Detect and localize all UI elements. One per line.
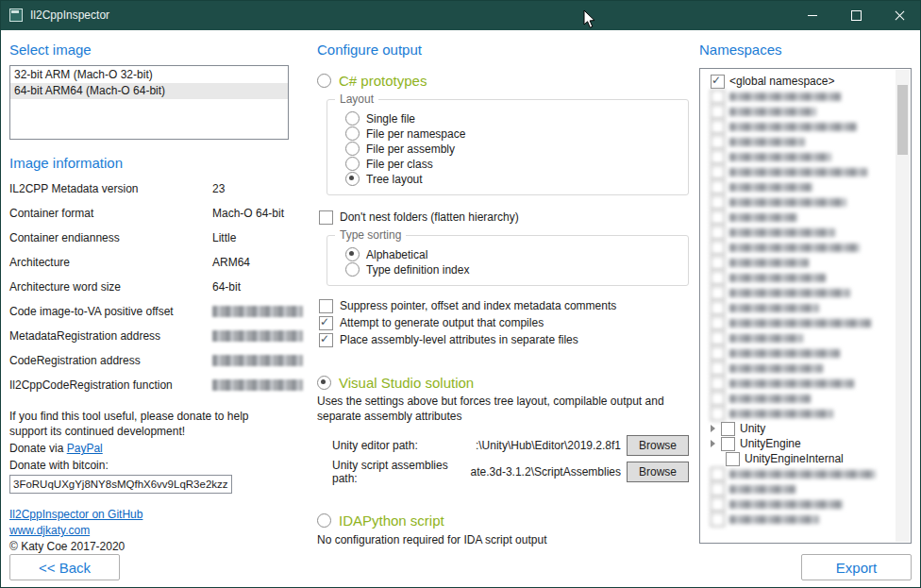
- namespace-item-redacted[interactable]: [711, 300, 911, 315]
- namespace-checkbox[interactable]: [711, 377, 725, 391]
- namespace-item-redacted[interactable]: [711, 466, 911, 481]
- namespace-item-redacted[interactable]: [711, 345, 911, 361]
- info-value: [212, 354, 303, 366]
- expander-icon[interactable]: [711, 440, 715, 447]
- namespace-item-redacted[interactable]: [711, 210, 911, 225]
- namespaces-list[interactable]: <global namespace>UnityUnityEngineUnityE…: [699, 68, 912, 544]
- back-button[interactable]: << Back: [9, 554, 120, 580]
- namespace-item[interactable]: UnityEngine: [711, 436, 911, 451]
- output-option-checkbox[interactable]: Attempt to generate output that compiles: [319, 314, 689, 331]
- output-option-checkbox[interactable]: Suppress pointer, offset and index metad…: [319, 297, 689, 314]
- minimize-button[interactable]: [791, 0, 834, 30]
- namespace-checkbox[interactable]: [711, 195, 725, 210]
- namespace-checkbox[interactable]: [711, 316, 725, 330]
- redacted-label: [729, 259, 809, 267]
- info-label: Container format: [9, 207, 212, 220]
- namespace-item-redacted[interactable]: [711, 512, 911, 527]
- website-link[interactable]: www.djkaty.com: [9, 524, 90, 537]
- namespace-checkbox[interactable]: [721, 422, 735, 436]
- info-row: Il2CppCodeRegistration function: [9, 378, 289, 403]
- namespace-item-redacted[interactable]: [711, 255, 911, 270]
- namespace-checkbox[interactable]: [711, 346, 725, 361]
- layout-option[interactable]: File per class: [345, 157, 680, 171]
- type-sorting-option[interactable]: Type definition index: [345, 262, 680, 277]
- namespace-checkbox[interactable]: [711, 301, 725, 315]
- namespace-item-redacted[interactable]: [711, 149, 911, 164]
- namespace-checkbox[interactable]: [711, 180, 725, 194]
- namespace-item-redacted[interactable]: [711, 481, 911, 496]
- namespace-checkbox[interactable]: [711, 361, 725, 376]
- namespace-checkbox[interactable]: [711, 150, 725, 164]
- paypal-link[interactable]: PayPal: [67, 442, 103, 455]
- checkbox-icon: [319, 333, 333, 347]
- namespace-item-redacted[interactable]: [711, 89, 911, 104]
- namespace-item[interactable]: UnityEngineInternal: [711, 451, 911, 466]
- namespace-item-redacted[interactable]: [711, 315, 911, 330]
- type-sorting-option[interactable]: Alphabetical: [345, 247, 680, 261]
- namespace-item[interactable]: <global namespace>: [711, 74, 911, 89]
- namespace-checkbox[interactable]: [711, 497, 725, 512]
- select-image-list[interactable]: 32-bit ARM (Mach-O 32-bit)64-bit ARM64 (…: [9, 65, 289, 140]
- namespace-checkbox[interactable]: [711, 392, 725, 406]
- namespace-item-redacted[interactable]: [711, 225, 911, 240]
- namespace-checkbox[interactable]: [711, 271, 725, 285]
- export-button[interactable]: Export: [801, 554, 912, 580]
- namespace-checkbox[interactable]: [711, 482, 725, 496]
- namespace-checkbox[interactable]: [711, 210, 725, 225]
- namespace-checkbox[interactable]: [711, 241, 725, 255]
- namespace-item-redacted[interactable]: [711, 376, 911, 391]
- maximize-button[interactable]: [834, 0, 878, 30]
- namespace-checkbox[interactable]: [711, 226, 725, 240]
- namespace-checkbox[interactable]: [711, 135, 725, 149]
- namespace-checkbox[interactable]: [711, 120, 725, 134]
- namespace-checkbox[interactable]: [711, 512, 725, 527]
- namespace-item-redacted[interactable]: [711, 406, 911, 421]
- close-button[interactable]: [878, 0, 921, 30]
- bitcoin-label: Donate with bitcoin:: [9, 458, 289, 473]
- namespace-checkbox[interactable]: [711, 407, 725, 421]
- image-list-item[interactable]: 64-bit ARM64 (Mach-O 64-bit): [10, 83, 288, 99]
- layout-option[interactable]: File per namespace: [345, 126, 680, 141]
- flatten-checkbox[interactable]: Don't nest folders (flatten hierarchy): [319, 209, 689, 226]
- namespace-item-redacted[interactable]: [711, 104, 911, 119]
- expander-icon[interactable]: [711, 425, 715, 432]
- namespace-checkbox[interactable]: [711, 467, 725, 481]
- namespace-checkbox[interactable]: [711, 286, 725, 300]
- layout-option[interactable]: Single file: [345, 111, 680, 126]
- output-option-checkbox[interactable]: Place assembly-level attributes in separ…: [319, 331, 689, 348]
- csharp-prototypes-radio[interactable]: C# prototypes: [317, 71, 689, 90]
- github-link[interactable]: Il2CppInspector on GitHub: [9, 508, 142, 521]
- redacted-label: [729, 123, 857, 131]
- visual-studio-radio[interactable]: Visual Studio solution: [317, 373, 689, 392]
- namespace-item-redacted[interactable]: [711, 119, 911, 134]
- namespace-checkbox[interactable]: [711, 256, 725, 270]
- namespace-checkbox[interactable]: [711, 105, 725, 119]
- namespace-item-redacted[interactable]: [711, 194, 911, 210]
- bitcoin-address-input[interactable]: [9, 475, 232, 494]
- namespace-item-redacted[interactable]: [711, 285, 911, 300]
- image-list-item[interactable]: 32-bit ARM (Mach-O 32-bit): [10, 67, 288, 83]
- unity-editor-browse-button[interactable]: Browse: [627, 435, 689, 456]
- namespace-checkbox[interactable]: [721, 437, 735, 451]
- namespace-item[interactable]: Unity: [711, 421, 911, 436]
- namespace-item-redacted[interactable]: [711, 179, 911, 194]
- idapython-radio[interactable]: IDAPython script: [317, 511, 689, 529]
- radio-icon: [317, 376, 331, 390]
- namespace-item-redacted[interactable]: [711, 240, 911, 255]
- namespace-item-redacted[interactable]: [711, 164, 911, 179]
- namespace-item-redacted[interactable]: [711, 330, 911, 345]
- namespace-checkbox[interactable]: [711, 165, 725, 179]
- unity-assemblies-browse-button[interactable]: Browse: [627, 462, 689, 482]
- namespace-item-redacted[interactable]: [711, 134, 911, 149]
- namespace-item-redacted[interactable]: [711, 496, 911, 512]
- visual-studio-description: Uses the settings above but forces tree …: [317, 394, 687, 424]
- layout-option[interactable]: Tree layout: [345, 172, 680, 186]
- namespace-checkbox[interactable]: [711, 75, 725, 89]
- namespace-item-redacted[interactable]: [711, 391, 911, 406]
- namespace-checkbox[interactable]: [711, 331, 725, 345]
- namespace-item-redacted[interactable]: [711, 270, 911, 285]
- namespace-checkbox[interactable]: [711, 90, 725, 104]
- namespace-item-redacted[interactable]: [711, 361, 911, 376]
- layout-option[interactable]: File per assembly: [345, 142, 680, 156]
- namespace-checkbox[interactable]: [726, 452, 740, 466]
